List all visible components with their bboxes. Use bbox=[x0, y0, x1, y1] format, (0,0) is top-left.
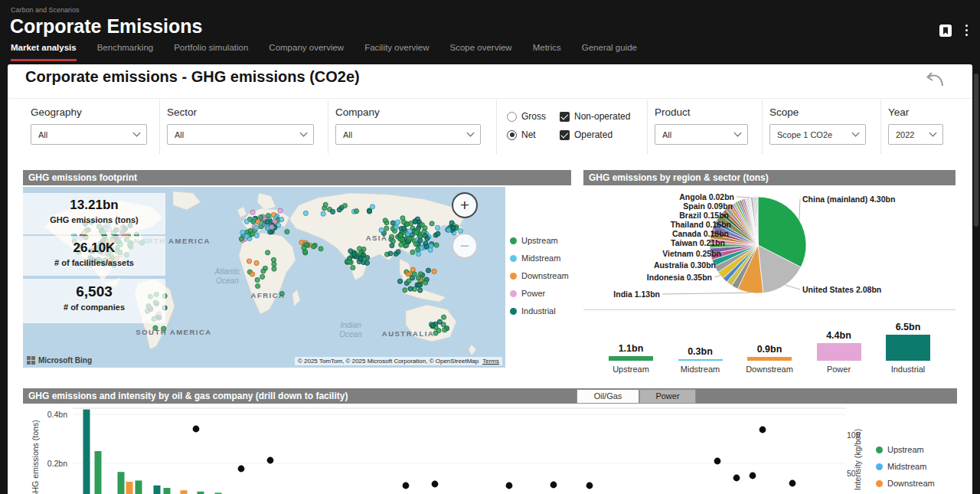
company-bars[interactable] bbox=[83, 410, 256, 494]
tab-general-guide[interactable]: General guide bbox=[582, 43, 637, 61]
map-ocean-label: Indian bbox=[340, 321, 361, 329]
filter-geography-dropdown[interactable]: All bbox=[31, 124, 147, 145]
map-panel-title: GHG emissions footprint bbox=[23, 170, 571, 185]
filter-year: Year 2022 bbox=[888, 106, 943, 145]
company-emissions-chart[interactable]: 0.4bn0.2bn10050GHG emissions (tons)Inten… bbox=[8, 406, 972, 494]
tab-market-analysis[interactable]: Market analysis bbox=[11, 43, 77, 61]
stat-companies: 6,503 # of companies bbox=[23, 279, 165, 323]
map-zoom-out-button[interactable]: − bbox=[452, 233, 478, 259]
legend-item-power: Power bbox=[510, 289, 569, 298]
pie-label-india: India 1.13bn bbox=[613, 290, 660, 299]
legend-dot-icon bbox=[510, 255, 517, 262]
filter-product: Product All bbox=[655, 106, 748, 145]
filter-sector-dropdown[interactable]: All bbox=[167, 124, 314, 145]
map-zoom-in-button[interactable]: + bbox=[452, 192, 478, 218]
filter-geography-value: All bbox=[38, 130, 47, 139]
tab-benchmarking[interactable]: Benchmarking bbox=[97, 43, 154, 61]
bookmark-icon[interactable] bbox=[939, 25, 952, 37]
radio-unselected-icon bbox=[507, 112, 517, 122]
filter-scope: Scope Scope 1 CO2e bbox=[769, 106, 866, 145]
filter-company-dropdown[interactable]: All bbox=[335, 124, 481, 145]
filter-product-label: Product bbox=[655, 106, 748, 118]
y-left-axis-title: GHG emissions (tons) bbox=[31, 420, 40, 494]
chevron-down-icon bbox=[467, 129, 475, 137]
sector-total-downstream[interactable]: 0.9bnDownstream bbox=[737, 315, 802, 374]
vertical-scrollbar-thumb[interactable] bbox=[974, 74, 978, 227]
reset-undo-icon[interactable] bbox=[925, 70, 945, 88]
filter-company: Company All bbox=[335, 106, 481, 145]
map-terms-link[interactable]: Terms bbox=[482, 358, 499, 365]
more-options-icon[interactable] bbox=[964, 23, 969, 38]
nav-tabs: Market analysisBenchmarkingPortfolio sim… bbox=[11, 43, 637, 61]
stat-label: # of facilities/assets bbox=[23, 258, 165, 267]
legend-item-midstream: Midstream bbox=[510, 254, 569, 263]
sector-total-bar bbox=[678, 359, 723, 361]
checkbox-non-operated[interactable]: Non-operated bbox=[560, 111, 630, 122]
checkbox-checked-icon bbox=[560, 112, 570, 122]
filter-year-label: Year bbox=[888, 106, 943, 118]
sector-total-midstream[interactable]: 0.3bnMidstream bbox=[668, 315, 733, 374]
tab-portfolio-simulation[interactable]: Portfolio simulation bbox=[174, 43, 248, 61]
sector-total-power[interactable]: 4.4bnPower bbox=[807, 315, 871, 374]
stat-value: 6,503 bbox=[23, 283, 165, 300]
legend-dot-icon bbox=[876, 480, 883, 487]
map-legend: UpstreamMidstreamDownstreamPowerIndustri… bbox=[510, 236, 569, 316]
legend-item-upstream: Upstream bbox=[510, 236, 569, 245]
pie-label-canada: Canada 0.18bn bbox=[672, 229, 729, 238]
bing-logo: Microsoft Bing bbox=[27, 356, 92, 365]
ghg-footprint-map[interactable]: NORTH AMERICASOUTH AMERICAAFRICAASIAAUST… bbox=[23, 187, 505, 368]
tab-company-overview[interactable]: Company overview bbox=[269, 43, 344, 61]
tab-facility-overview[interactable]: Facility overview bbox=[364, 43, 429, 61]
stat-label: # of companies bbox=[23, 303, 165, 312]
tab-scope-overview[interactable]: Scope overview bbox=[450, 43, 512, 61]
microsoft-logo-icon bbox=[27, 356, 35, 365]
filter-product-dropdown[interactable]: All bbox=[655, 124, 748, 145]
legend-dot-icon bbox=[510, 290, 517, 297]
filter-geography-label: Geography bbox=[31, 106, 147, 118]
filter-measure-toggles: Gross Net Non-operated Operated bbox=[507, 111, 630, 140]
intensity-dots[interactable] bbox=[193, 426, 796, 489]
sector-totals-bar-chart: 1.1bnUpstream0.3bnMidstream0.9bnDownstre… bbox=[583, 309, 956, 374]
company-chart-title: GHG emissions and intensity by oil & gas… bbox=[23, 388, 957, 404]
map-label-australia: AUSTRALIA bbox=[382, 329, 434, 338]
checkbox-operated[interactable]: Operated bbox=[560, 129, 630, 140]
radio-gross[interactable]: Gross bbox=[507, 111, 546, 122]
checkbox-operated-label: Operated bbox=[574, 129, 612, 140]
region-sector-pie-chart[interactable]: China (mainland) 4.30bnUnited States 2.0… bbox=[583, 187, 956, 309]
sector-total-label: Midstream bbox=[681, 365, 720, 374]
toggle-oil-gas-button[interactable]: Oil/Gas bbox=[577, 389, 639, 404]
legend-item-downstream: Downstream bbox=[876, 479, 935, 488]
sector-total-label: Industrial bbox=[891, 365, 926, 374]
radio-net[interactable]: Net bbox=[507, 129, 546, 140]
legend-item-industrial: Industrial bbox=[510, 306, 569, 316]
y-left-tick: 0.4bn bbox=[47, 410, 67, 419]
map-attribution: © 2025 TomTom, © 2025 Microsoft Corporat… bbox=[295, 357, 502, 365]
page-title: Corporate emissions - GHG emissions (CO2… bbox=[25, 68, 360, 86]
filter-scope-dropdown[interactable]: Scope 1 CO2e bbox=[769, 124, 866, 145]
filter-year-value: 2022 bbox=[896, 130, 914, 139]
pie-label-taiwan: Taiwan 0.21bn bbox=[671, 238, 725, 247]
sector-total-industrial[interactable]: 6.5bnIndustrial bbox=[876, 315, 940, 374]
sector-total-label: Upstream bbox=[612, 365, 649, 374]
app-root: Carbon and Scenarios Corporate Emissions… bbox=[0, 0, 980, 494]
sector-total-label: Downstream bbox=[746, 365, 793, 374]
filter-sector-label: Sector bbox=[167, 106, 314, 118]
sector-total-bar bbox=[747, 357, 792, 361]
sector-total-upstream[interactable]: 1.1bnUpstream bbox=[599, 315, 663, 374]
sector-total-bar bbox=[817, 343, 861, 361]
radio-gross-label: Gross bbox=[521, 111, 546, 122]
filter-year-dropdown[interactable]: 2022 bbox=[888, 124, 943, 145]
tab-metrics[interactable]: Metrics bbox=[533, 43, 561, 61]
map-label-south-america: SOUTH AMERICA bbox=[136, 328, 211, 336]
toggle-power-button[interactable]: Power bbox=[639, 389, 696, 404]
sector-total-bar bbox=[886, 335, 930, 361]
filter-geography: Geography All bbox=[31, 106, 147, 145]
pie-label-australia: Australia 0.30bn bbox=[654, 260, 716, 270]
filter-scope-value: Scope 1 CO2e bbox=[777, 130, 832, 139]
stat-value: 26.10K bbox=[23, 240, 165, 256]
filter-sector: Sector All bbox=[167, 106, 314, 145]
stat-label: GHG emissions (tons) bbox=[23, 215, 165, 224]
chevron-down-icon bbox=[929, 129, 937, 137]
map-ocean-label: Atlantic bbox=[214, 267, 240, 276]
pie-label-indonesia: Indonesia 0.35bn bbox=[647, 273, 712, 282]
